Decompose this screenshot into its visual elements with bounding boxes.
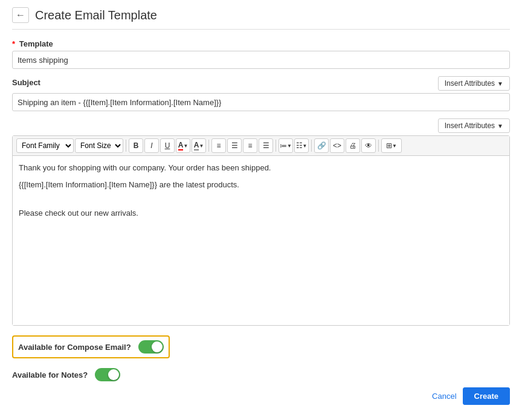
notes-knob [108, 369, 119, 380]
table-icon: ⊞ [386, 141, 392, 150]
table-button[interactable]: ⊞ ▼ [381, 138, 402, 153]
cancel-button[interactable]: Cancel [432, 392, 456, 401]
font-family-select[interactable]: Font Family Arial Times New Roman Courie… [16, 138, 74, 153]
insert-attributes-button-1[interactable]: Insert Attributes ▼ [438, 76, 510, 91]
compose-email-slider [138, 340, 164, 354]
underline-button[interactable]: U [160, 138, 175, 153]
editor-line-1: Thank you for shopping with our company.… [19, 162, 503, 174]
compose-email-toggle-row: Available for Compose Email? [12, 335, 170, 358]
toolbar-separator-2 [208, 140, 209, 152]
template-section: * Template [12, 39, 510, 69]
template-input[interactable] [12, 51, 510, 69]
page-title: Create Email Template [35, 8, 157, 22]
subject-input[interactable] [12, 93, 510, 111]
ordered-list-icon: ☷ [296, 141, 303, 150]
create-button[interactable]: Create [463, 387, 510, 405]
editor-line-2: {{[Item].[Item Information].[Item Name]}… [19, 179, 503, 191]
back-icon: ← [16, 10, 25, 21]
notes-slider [95, 368, 120, 381]
link-icon: 🔗 [317, 141, 326, 150]
align-center-icon: ☰ [231, 141, 238, 150]
editor-toolbar: Font Family Arial Times New Roman Courie… [13, 136, 509, 156]
compose-email-toggle[interactable] [138, 340, 164, 354]
footer-actions: Cancel Create [12, 387, 510, 405]
toggle-section: Available for Compose Email? Available f… [12, 335, 510, 381]
toolbar-separator-4 [311, 140, 312, 152]
chevron-down-icon-3: ▼ [183, 143, 188, 149]
align-left-icon: ≡ [216, 141, 221, 150]
template-label: * Template [12, 39, 510, 48]
back-button[interactable]: ← [12, 7, 29, 23]
align-left-button[interactable]: ≡ [211, 138, 226, 153]
font-size-select[interactable]: Font Sizes 8 10 12 14 16 18 24 36 [75, 138, 123, 153]
bold-button[interactable]: B [129, 138, 143, 153]
chevron-down-icon-6: ▼ [303, 143, 308, 149]
align-right-button[interactable]: ≡ [243, 138, 257, 153]
subject-label: Subject [12, 78, 40, 87]
chevron-down-icon-2: ▼ [497, 123, 503, 129]
eye-icon: 👁 [365, 141, 372, 150]
unordered-list-button[interactable]: ≔ ▼ [279, 138, 293, 153]
chevron-down-icon-5: ▼ [287, 143, 292, 149]
print-button[interactable]: 🖨 [346, 138, 360, 153]
chevron-down-icon-7: ▼ [392, 143, 397, 149]
notes-toggle[interactable] [95, 368, 120, 381]
editor-line-3: Please check out our new arrivals. [19, 207, 503, 219]
page-header: ← Create Email Template [12, 7, 510, 30]
toolbar-separator-1 [126, 140, 126, 152]
insert-attributes-button-2[interactable]: Insert Attributes ▼ [438, 118, 510, 133]
unordered-list-icon: ≔ [280, 141, 287, 150]
editor-content[interactable]: Thank you for shopping with our company.… [13, 156, 509, 325]
subject-section: Subject Insert Attributes ▼ [12, 76, 510, 111]
link-button[interactable]: 🔗 [314, 138, 329, 153]
align-right-icon: ≡ [248, 141, 252, 150]
subject-header-row: Subject Insert Attributes ▼ [12, 76, 510, 91]
compose-email-knob [152, 341, 163, 352]
required-indicator: * [12, 39, 15, 48]
toolbar-separator-5 [378, 140, 379, 152]
code-icon: <> [333, 141, 341, 150]
insert-attrs-right-row: Insert Attributes ▼ [12, 118, 510, 133]
page-container: ← Create Email Template * Template Subje… [0, 0, 522, 417]
highlight-button[interactable]: A ▼ [192, 138, 206, 153]
ordered-list-button[interactable]: ☷ ▼ [294, 138, 309, 153]
justify-button[interactable]: ☰ [259, 138, 273, 153]
font-color-button[interactable]: A ▼ [176, 138, 190, 153]
preview-button[interactable]: 👁 [361, 138, 376, 153]
align-center-button[interactable]: ☰ [227, 138, 242, 153]
chevron-down-icon: ▼ [497, 80, 503, 87]
notes-label: Available for Notes? [12, 370, 88, 380]
italic-button[interactable]: I [144, 138, 159, 153]
editor-container: Font Family Arial Times New Roman Courie… [12, 135, 510, 326]
compose-email-label: Available for Compose Email? [18, 343, 131, 352]
notes-toggle-row: Available for Notes? [12, 368, 510, 381]
toolbar-separator-3 [276, 140, 276, 152]
chevron-down-icon-4: ▼ [199, 143, 204, 149]
justify-icon: ☰ [263, 141, 269, 150]
code-button[interactable]: <> [330, 138, 344, 153]
print-icon: 🖨 [349, 141, 356, 150]
